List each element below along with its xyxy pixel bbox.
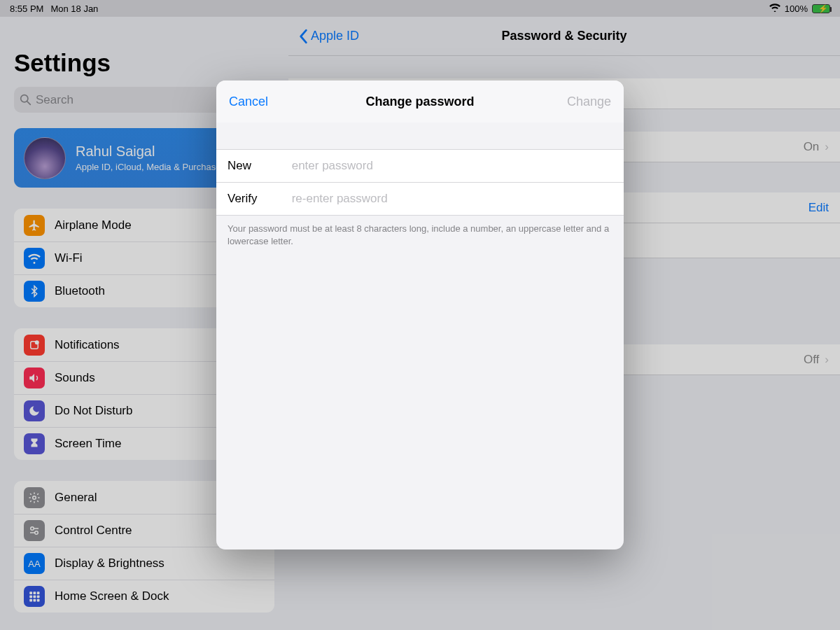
verify-password-row: Verify bbox=[216, 183, 624, 216]
change-password-modal: Cancel Change password Change New Verify… bbox=[216, 80, 624, 550]
password-hint: Your password must be at least 8 charact… bbox=[216, 216, 624, 254]
new-password-row: New bbox=[216, 150, 624, 183]
change-button[interactable]: Change bbox=[567, 94, 611, 109]
verify-password-input[interactable] bbox=[292, 192, 612, 206]
modal-title: Change password bbox=[216, 94, 624, 109]
new-password-input[interactable] bbox=[292, 159, 612, 173]
cancel-button[interactable]: Cancel bbox=[229, 94, 268, 109]
